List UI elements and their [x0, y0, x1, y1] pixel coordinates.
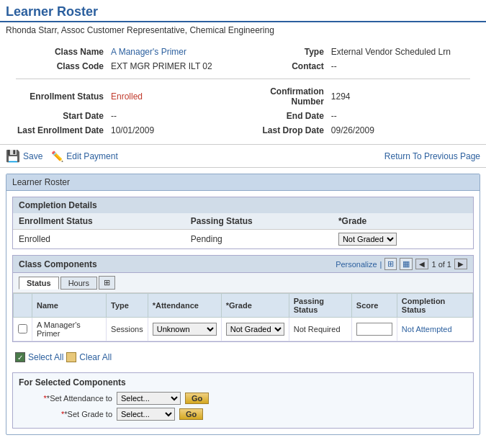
class-code-label: Class Code — [13, 60, 107, 73]
row-score-cell — [351, 318, 397, 341]
col-passing-status: Passing Status — [185, 213, 333, 230]
col-enrollment-status: Enrollment Status — [13, 213, 185, 230]
tab-extra-icon[interactable]: ⊞ — [99, 276, 115, 290]
start-date-label: Start Date — [13, 109, 107, 122]
row-completion-cell: Not Attempted — [397, 318, 472, 341]
col-passing-status-header: Passing Status — [289, 294, 351, 318]
class-name-label: Class Name — [13, 45, 107, 58]
last-enrollment-value: 10/01/2009 — [108, 124, 232, 137]
row-attendance-cell: Unknown Attended Not Attended — [148, 318, 221, 341]
components-table: Name Type *Attendance *Grade Passing Sta… — [13, 293, 473, 341]
enrollment-status-value: Enrolled — [108, 85, 232, 108]
class-components-header: Class Components Personalize | ⊞ ▦ ◀ 1 o… — [13, 256, 473, 273]
completion-grade-select[interactable]: Not Graded Pass Fail — [338, 233, 397, 246]
row-checkbox[interactable] — [18, 324, 27, 333]
set-grade-row: **Set Grade to Select... Not Graded Pass… — [19, 408, 467, 421]
col-completion-header: Completion Status — [397, 294, 472, 318]
completion-enrollment-value: Enrolled — [13, 230, 185, 249]
col-type-header: Type — [107, 294, 148, 318]
contact-value: -- — [328, 60, 473, 73]
confirmation-number-label: Confirmation Number — [233, 85, 327, 108]
for-selected-title: For Selected Components — [19, 377, 467, 387]
last-enrollment-label: Last Enrollment Date — [13, 124, 107, 137]
last-drop-value: 09/26/2009 — [328, 124, 473, 137]
view-icon-2[interactable]: ▦ — [400, 258, 413, 270]
learner-roster-panel: Learner Roster Completion Details Enroll… — [6, 174, 480, 435]
page-title: Learner Roster — [0, 0, 486, 22]
edit-icon: ✏️ — [51, 151, 63, 162]
completion-grade-cell: Not Graded Pass Fail — [333, 230, 473, 249]
tab-status[interactable]: Status — [19, 277, 59, 290]
row-checkbox-cell — [14, 318, 32, 341]
page-info: 1 of 1 — [431, 260, 451, 269]
confirmation-number-value: 1294 — [328, 85, 473, 108]
completion-passing-value: Pending — [185, 230, 333, 249]
row-passing-status-cell: Not Required — [289, 318, 351, 341]
page-subtitle: Rhonda Starr, Assoc Customer Representat… — [0, 22, 486, 38]
row-score-input[interactable] — [356, 323, 392, 336]
view-icon-1[interactable]: ⊞ — [384, 258, 397, 270]
col-score-header: Score — [351, 294, 397, 318]
col-grade-header: *Grade — [221, 294, 289, 318]
contact-label: Contact — [233, 60, 327, 73]
attendance-go-button[interactable]: Go — [185, 393, 209, 404]
end-date-label: End Date — [233, 109, 327, 122]
row-attendance-select[interactable]: Unknown Attended Not Attended — [153, 323, 217, 336]
personalize-link[interactable]: Personalize — [336, 260, 377, 269]
tabs-row: Status Hours ⊞ — [13, 273, 473, 293]
row-type-cell: Sessions — [107, 318, 148, 341]
last-drop-label: Last Drop Date — [233, 124, 327, 137]
return-to-previous-link[interactable]: Return To Previous Page — [384, 151, 480, 161]
learner-roster-panel-header: Learner Roster — [6, 174, 480, 191]
grade-go-button[interactable]: Go — [179, 408, 203, 420]
row-name-cell: A Manager's Primer — [32, 318, 107, 341]
next-page-button[interactable]: ▶ — [454, 259, 467, 269]
set-grade-label: **Set Grade to — [19, 410, 112, 418]
type-label: Type — [233, 45, 327, 58]
toolbar: 💾 Save ✏️ Edit Payment Return To Previou… — [0, 144, 486, 168]
set-grade-select[interactable]: Select... Not Graded Pass Fail — [117, 408, 175, 421]
class-components-section: Class Components Personalize | ⊞ ▦ ◀ 1 o… — [12, 255, 474, 342]
select-all-row: ✓ Select All Clear All — [6, 348, 480, 367]
class-components-title: Class Components — [19, 259, 336, 269]
class-code-value: EXT MGR PRIMER ILT 02 — [108, 60, 232, 73]
pipe-separator: | — [380, 260, 382, 269]
save-button[interactable]: 💾 Save — [6, 149, 42, 163]
clear-all-checkbox[interactable] — [66, 352, 76, 362]
start-date-value: -- — [108, 109, 232, 122]
set-attendance-row: **Set Attendance to Select... Unknown At… — [19, 392, 467, 405]
row-grade-cell: Not Graded Pass Fail — [221, 318, 289, 341]
col-checkbox-header — [14, 294, 32, 318]
completion-details-section: Completion Details Enrollment Status Pas… — [12, 197, 474, 249]
tab-hours[interactable]: Hours — [60, 277, 97, 290]
end-date-value: -- — [328, 109, 473, 122]
personalize-bar: Personalize | ⊞ ▦ ◀ 1 of 1 ▶ — [336, 258, 467, 270]
prev-page-button[interactable]: ◀ — [415, 259, 428, 269]
class-name-value: A Manager's Primer — [108, 45, 232, 58]
completion-table: Enrollment Status Passing Status *Grade … — [13, 213, 473, 248]
col-attendance-header: *Attendance — [148, 294, 221, 318]
set-attendance-select[interactable]: Select... Unknown Attended Not Attended — [117, 392, 181, 405]
col-name-header: Name — [32, 294, 107, 318]
edit-payment-button[interactable]: ✏️ Edit Payment — [51, 151, 117, 162]
enrollment-status-label: Enrollment Status — [13, 85, 107, 108]
completion-details-header: Completion Details — [13, 197, 473, 213]
row-grade-select[interactable]: Not Graded Pass Fail — [226, 323, 284, 336]
select-all-label[interactable]: Select All — [28, 352, 63, 362]
save-icon: 💾 — [6, 149, 20, 163]
table-row: A Manager's Primer Sessions Unknown Atte… — [14, 318, 473, 341]
type-value: External Vendor Scheduled Lrn — [328, 45, 473, 58]
set-attendance-label: **Set Attendance to — [19, 394, 112, 403]
select-all-checkbox[interactable]: ✓ — [15, 352, 25, 362]
clear-all-label[interactable]: Clear All — [79, 352, 112, 362]
col-grade: *Grade — [333, 213, 473, 230]
for-selected-section: For Selected Components **Set Attendance… — [12, 372, 474, 429]
